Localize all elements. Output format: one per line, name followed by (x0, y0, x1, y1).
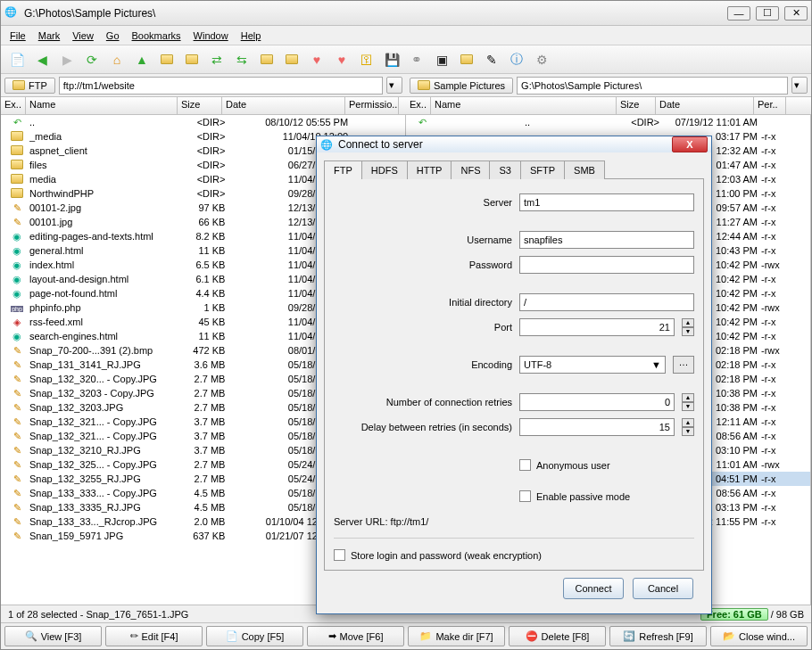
menu-window[interactable]: Window (194, 30, 228, 41)
folder5-icon[interactable] (460, 53, 474, 67)
btn-refresh[interactable]: 🔄Refresh [F9] (609, 626, 707, 646)
menu-help[interactable]: Help (241, 30, 261, 41)
passive-label: Enable passive mode (536, 491, 630, 502)
col-Date[interactable]: Date (656, 97, 754, 114)
col-Ex[interactable]: Ex.. (1, 97, 26, 114)
maximize-button[interactable]: ☐ (756, 6, 779, 21)
file-size: 8.2 KB (181, 231, 226, 242)
back-icon[interactable]: ◀ (35, 53, 49, 67)
file-row[interactable]: ↶..<DIR>07/19/12 11:01 AM (406, 115, 810, 129)
refresh-icon[interactable]: ⟳ (85, 53, 99, 67)
col-Name[interactable]: Name (26, 97, 178, 114)
col-Name[interactable]: Name (431, 97, 617, 114)
file-name: page-not-found.html (29, 288, 181, 299)
file-perm: -r-x (758, 502, 790, 513)
drive-icon[interactable]: 💾 (385, 53, 399, 67)
file-icon: php (4, 302, 29, 313)
folder4-icon[interactable] (285, 53, 299, 67)
retries-input[interactable] (519, 393, 675, 411)
minimize-button[interactable]: — (727, 6, 750, 21)
encoding-select[interactable]: UTF-8▼ (519, 356, 666, 374)
folder2-icon[interactable] (185, 53, 199, 67)
tab-sftp[interactable]: SFTP (520, 160, 565, 179)
wand-icon[interactable]: ✎ (485, 53, 499, 67)
password-input[interactable] (519, 256, 694, 274)
file-icon: ✎ (4, 431, 29, 442)
delay-spinner[interactable]: ▲▼ (682, 418, 694, 436)
file-perm: -r-x (758, 402, 790, 413)
menu-go[interactable]: Go (106, 30, 120, 41)
home-icon[interactable]: ⌂ (110, 53, 124, 67)
username-input[interactable] (519, 231, 694, 249)
col-Permissio[interactable]: Permissio.. (345, 97, 399, 114)
file-size: 11 KB (181, 331, 226, 341)
close-button[interactable]: ✕ (784, 6, 808, 21)
store-checkbox[interactable] (334, 549, 345, 561)
col-Date[interactable]: Date (222, 97, 345, 114)
connect-button[interactable]: Connect (563, 578, 624, 599)
menu-file[interactable]: File (10, 30, 26, 41)
btn-edit[interactable]: ✏Edit [F4] (105, 626, 203, 646)
port-spinner[interactable]: ▲▼ (682, 318, 694, 336)
delay-input[interactable] (519, 418, 675, 436)
tab-hdfs[interactable]: HDFS (361, 160, 408, 179)
key-icon[interactable]: ⚿ (360, 53, 374, 67)
file-perm: -r-x (758, 188, 790, 199)
menu-view[interactable]: View (72, 30, 94, 41)
btn-close[interactable]: 📂Close wind... (710, 626, 808, 646)
col-Size[interactable]: Size (178, 97, 222, 114)
sync2-icon[interactable]: ⇆ (235, 53, 249, 67)
col-Ex[interactable]: Ex.. (406, 97, 431, 114)
file-perm: -r-x (758, 217, 790, 227)
encoding-more-button[interactable]: … (673, 356, 694, 374)
tab-nfs[interactable]: NFS (451, 160, 490, 179)
btn-view[interactable]: 🔍View [F3] (4, 626, 102, 646)
initdir-input[interactable] (519, 293, 694, 311)
file-name: Snap_132_320... - Copy.JPG (29, 374, 181, 384)
dialog-close-button[interactable]: X (672, 136, 708, 152)
file-row[interactable]: ↶..<DIR>08/10/12 05:55 PM (1, 115, 405, 129)
port-input[interactable] (519, 318, 675, 336)
server-input[interactable] (519, 193, 694, 211)
left-path-dropdown[interactable]: ▾ (386, 77, 402, 94)
tab-ftp[interactable]: FTP (324, 160, 362, 179)
menu-bookmarks[interactable]: Bookmarks (132, 30, 181, 41)
gear-icon[interactable]: ⚙ (534, 53, 549, 67)
btn-delete[interactable]: ⛔Delete [F8] (509, 626, 606, 646)
left-path-button[interactable]: FTP (4, 78, 55, 94)
sync1-icon[interactable]: ⇄ (210, 53, 224, 67)
link-icon[interactable]: ⚭ (410, 53, 424, 67)
file-perm: -r-x (758, 374, 790, 384)
file-name: Snap_131_3141_RJ.JPG (29, 359, 181, 370)
file-size: 4.5 MB (181, 502, 226, 513)
anon-checkbox[interactable] (519, 459, 531, 471)
tab-s3[interactable]: S3 (489, 160, 520, 179)
btn-move[interactable]: ➡Move [F6] (307, 626, 404, 646)
new-tab-icon[interactable]: 📄 (10, 53, 24, 67)
folder3-icon[interactable] (260, 53, 274, 67)
col-Per[interactable]: Per.. (754, 97, 786, 114)
info-icon[interactable]: ⓘ (510, 53, 524, 67)
passive-checkbox[interactable] (519, 490, 531, 502)
file-icon (4, 131, 29, 143)
right-path-dropdown[interactable]: ▾ (791, 77, 808, 94)
menu-mark[interactable]: Mark (38, 30, 60, 41)
btn-make[interactable]: 📁Make dir [F7] (408, 626, 505, 646)
heart2-icon[interactable]: ♥ (335, 53, 349, 67)
btn-copy[interactable]: 📄Copy [F5] (206, 626, 303, 646)
up-icon[interactable]: ▲ (135, 53, 149, 67)
cancel-button[interactable]: Cancel (633, 578, 693, 599)
forward-icon[interactable]: ▶ (60, 53, 74, 67)
col-Size[interactable]: Size (617, 97, 656, 114)
tab-http[interactable]: HTTP (407, 160, 452, 179)
tab-smb[interactable]: SMB (564, 160, 605, 179)
dialog-titlebar[interactable]: 🌐 Connect to server X (317, 136, 711, 152)
file-perm: -r-x (758, 160, 790, 170)
folder1-icon[interactable] (160, 53, 174, 67)
left-path-input[interactable] (59, 77, 383, 95)
right-path-button[interactable]: Sample Pictures (410, 78, 513, 94)
retries-spinner[interactable]: ▲▼ (682, 393, 694, 411)
heart1-icon[interactable]: ♥ (310, 53, 324, 67)
terminal-icon[interactable]: ▣ (435, 53, 449, 67)
right-path-input[interactable] (517, 77, 788, 95)
